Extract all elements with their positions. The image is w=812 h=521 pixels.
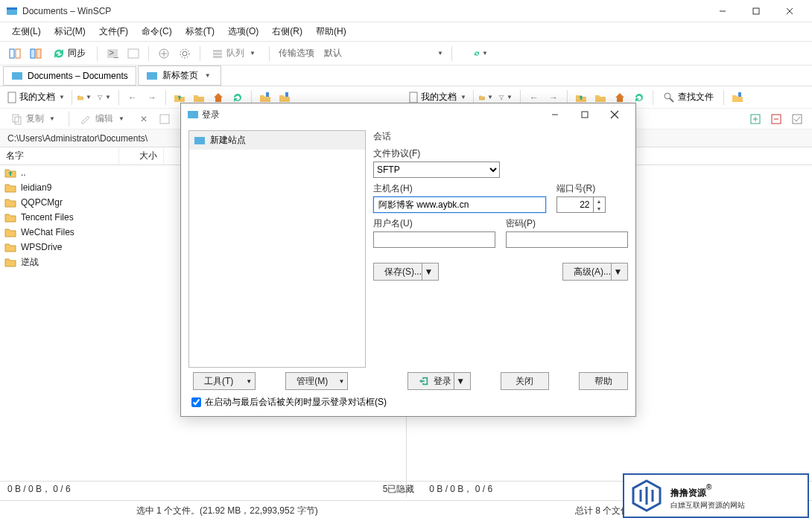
path-text: C:\Users\Administrator\Documents\ bbox=[7, 133, 148, 144]
check-box-icon[interactable] bbox=[788, 110, 806, 128]
delete-icon[interactable]: ✕ bbox=[135, 110, 153, 128]
plus-box-icon[interactable] bbox=[746, 110, 764, 128]
menu-option[interactable]: 选项(O) bbox=[222, 23, 264, 40]
new-site-label: 新建站点 bbox=[210, 134, 246, 147]
tools-button[interactable]: 工具(T)▼ bbox=[193, 372, 256, 390]
transfer-default-label[interactable]: 默认 bbox=[320, 46, 432, 60]
open-folder-icon[interactable]: ▼ bbox=[77, 89, 95, 106]
protocol-select[interactable]: SFTP bbox=[373, 162, 500, 178]
queue-button[interactable]: 队列▼ bbox=[206, 45, 263, 63]
terminal-icon[interactable] bbox=[124, 45, 142, 63]
edit-button[interactable]: 编辑▼ bbox=[75, 110, 132, 128]
transfer-options-label: 传输选项 bbox=[276, 47, 317, 60]
folder-icon bbox=[4, 242, 16, 252]
sync-button[interactable]: 同步 bbox=[48, 45, 91, 63]
menu-tab[interactable]: 标签(T) bbox=[180, 23, 221, 40]
menu-mark[interactable]: 标记(M) bbox=[48, 23, 92, 40]
port-up[interactable]: ▲ bbox=[594, 197, 605, 205]
site-tree[interactable]: 新建站点 bbox=[188, 130, 366, 368]
dialog-close[interactable] bbox=[600, 104, 629, 125]
save-button[interactable]: 保存(S)...▼ bbox=[373, 263, 439, 281]
show-on-startup-input[interactable] bbox=[191, 397, 201, 407]
right-location-dd[interactable]: ▼ bbox=[458, 94, 469, 100]
help-button[interactable]: 帮助 bbox=[579, 372, 628, 390]
close-dialog-button[interactable]: 关闭 bbox=[501, 372, 550, 390]
compare-icon[interactable] bbox=[27, 45, 45, 63]
left-location[interactable]: 我的文档 bbox=[19, 91, 55, 103]
svg-rect-3 bbox=[753, 8, 759, 14]
right-location[interactable]: 我的文档 bbox=[421, 91, 457, 103]
new-tab-icon bbox=[146, 70, 158, 82]
bookmark1-icon-r[interactable] bbox=[729, 89, 746, 106]
queue-label: 队列 bbox=[226, 47, 244, 60]
manage-label: 管理(M) bbox=[296, 375, 328, 388]
minus-box-icon[interactable] bbox=[767, 110, 785, 128]
maximize-button[interactable] bbox=[739, 1, 773, 22]
file-name: WeChat Files bbox=[21, 227, 74, 237]
sync-label: 同步 bbox=[68, 47, 86, 60]
port-down[interactable]: ▼ bbox=[594, 205, 605, 212]
svg-point-16 bbox=[183, 51, 187, 56]
svg-rect-20 bbox=[213, 56, 222, 58]
save-dd[interactable]: ▼ bbox=[422, 263, 435, 280]
new-site-item[interactable]: 新建站点 bbox=[189, 131, 365, 150]
show-on-startup-checkbox[interactable]: 在启动与最后会话被关闭时显示登录对话框(S) bbox=[188, 396, 628, 409]
dialog-maximize[interactable] bbox=[570, 104, 600, 125]
user-input[interactable] bbox=[373, 231, 495, 248]
console-icon[interactable]: >_ bbox=[104, 45, 121, 63]
folder-icon bbox=[4, 227, 16, 237]
file-name: QQPCMgr bbox=[21, 197, 63, 208]
file-name: leidian9 bbox=[21, 182, 51, 193]
left-location-dd[interactable]: ▼ bbox=[57, 94, 67, 100]
settings-icon[interactable] bbox=[176, 45, 194, 63]
menu-file[interactable]: 文件(F) bbox=[93, 23, 134, 40]
status-left: 0 B / 0 B， 0 / 6 bbox=[7, 483, 71, 496]
svg-rect-1 bbox=[7, 7, 17, 10]
menu-help[interactable]: 帮助(H) bbox=[310, 23, 352, 40]
svg-text:>_: >_ bbox=[109, 48, 118, 58]
back-icon[interactable]: ← bbox=[124, 89, 142, 106]
advanced-dd[interactable]: ▼ bbox=[611, 263, 624, 280]
status2-left: 选中 1 个文件。(21.92 MB，22,993,952 字节) bbox=[136, 505, 318, 517]
port-input[interactable] bbox=[556, 196, 594, 213]
props-icon[interactable] bbox=[156, 110, 174, 128]
refresh-icon[interactable]: ▼ bbox=[473, 45, 491, 63]
tab-new[interactable]: 新标签页 ▼ bbox=[138, 65, 221, 86]
tab-documents-label: Documents – Documents bbox=[28, 71, 128, 81]
svg-point-27 bbox=[664, 93, 670, 99]
save-label: 保存(S)... bbox=[384, 266, 422, 278]
tab-new-dropdown[interactable]: ▼ bbox=[203, 72, 213, 79]
folder-icon bbox=[4, 167, 16, 178]
menu-left[interactable]: 左侧(L) bbox=[6, 23, 47, 40]
menu-right[interactable]: 右侧(R) bbox=[266, 23, 308, 40]
watermark-icon bbox=[630, 479, 663, 512]
session-form: 会话 文件协议(F) SFTP 主机名(H) 端口号(R) ▲▼ 用 bbox=[373, 130, 628, 368]
copy-button[interactable]: 复制▼ bbox=[6, 110, 63, 128]
col-size[interactable]: 大小 bbox=[119, 147, 164, 164]
sync-browse-icon[interactable] bbox=[6, 45, 24, 63]
protocol-label: 文件协议(F) bbox=[373, 147, 628, 160]
host-input[interactable] bbox=[373, 196, 546, 213]
close-button[interactable] bbox=[773, 1, 806, 22]
login-icon bbox=[419, 376, 429, 386]
file-name: WPSDrive bbox=[21, 242, 62, 252]
add-icon[interactable] bbox=[155, 45, 173, 63]
login-dd[interactable]: ▼ bbox=[454, 373, 467, 389]
port-spinner[interactable]: ▲▼ bbox=[556, 196, 628, 213]
svg-rect-30 bbox=[13, 115, 19, 122]
pass-input[interactable] bbox=[506, 231, 628, 248]
find-file-button[interactable]: 查找文件 bbox=[658, 89, 719, 106]
filter-icon[interactable]: ▼ bbox=[96, 89, 114, 106]
dialog-minimize[interactable] bbox=[540, 104, 570, 125]
col-name[interactable]: 名字 bbox=[0, 147, 119, 164]
minimize-button[interactable] bbox=[705, 1, 739, 22]
advanced-button[interactable]: 高级(A)...▼ bbox=[562, 263, 628, 281]
login-button[interactable]: 登录 ▼ bbox=[407, 372, 470, 390]
transfer-dropdown[interactable]: ▼ bbox=[435, 50, 445, 57]
fwd-icon[interactable]: → bbox=[143, 89, 161, 106]
manage-button[interactable]: 管理(M)▼ bbox=[285, 372, 348, 390]
tab-documents[interactable]: Documents – Documents bbox=[3, 66, 136, 86]
menu-command[interactable]: 命令(C) bbox=[136, 23, 178, 40]
svg-rect-25 bbox=[285, 92, 288, 97]
login-label: 登录 bbox=[434, 375, 451, 388]
